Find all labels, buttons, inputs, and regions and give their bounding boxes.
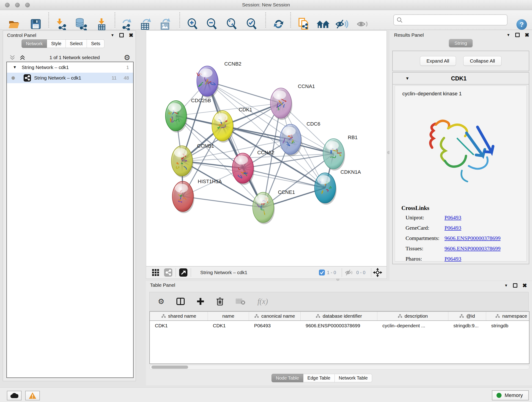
grid-view-icon[interactable] <box>152 269 159 276</box>
refresh-icon[interactable] <box>273 18 284 31</box>
column-header-@id[interactable]: @id <box>448 312 486 320</box>
search-input[interactable] <box>393 14 507 26</box>
expand-all-icon[interactable] <box>19 55 25 60</box>
zoom-in-icon[interactable] <box>187 18 198 31</box>
expand-all-button[interactable]: Expand All <box>420 56 456 66</box>
tab-network[interactable]: Network <box>22 39 47 48</box>
zoom-selected-icon[interactable] <box>246 18 258 31</box>
column-header-canonical-name[interactable]: canonical name <box>249 312 301 320</box>
function-builder-icon[interactable]: f(x) <box>258 297 268 306</box>
tab-network-table[interactable]: Network Table <box>335 374 372 382</box>
tab-style[interactable]: Style <box>47 39 65 48</box>
show-columns-icon[interactable] <box>177 298 185 305</box>
tab-node-table[interactable]: Node Table <box>272 374 303 382</box>
memory-button[interactable]: Memory <box>492 390 529 400</box>
entry-collapse-caret-icon[interactable]: ▼ <box>405 76 409 81</box>
network-row[interactable]: String Network – cdk1 11 48 <box>7 73 133 83</box>
clear-table-icon[interactable] <box>235 298 246 305</box>
network-node-HIST1H1A[interactable]: HIST1H1A <box>172 179 222 213</box>
zoom-out-icon[interactable] <box>206 18 218 31</box>
cloud-icon <box>10 393 18 399</box>
help-icon[interactable]: ? <box>516 19 527 30</box>
open-file-icon[interactable] <box>8 19 20 30</box>
add-column-icon[interactable] <box>196 298 204 305</box>
table-cell[interactable]: CDK1 <box>150 321 208 331</box>
show-all-icon[interactable] <box>357 19 370 31</box>
clone-network-icon[interactable] <box>298 18 310 32</box>
column-header-name[interactable]: name <box>208 312 249 320</box>
import-network-database-icon[interactable] <box>75 18 88 31</box>
panel-close-icon[interactable]: ✖ <box>522 283 527 288</box>
export-image-icon[interactable] <box>159 18 172 31</box>
network-edge[interactable] <box>207 81 263 207</box>
zoom-fit-icon[interactable] <box>226 18 238 31</box>
crosslink-link[interactable]: 9606.ENSP00000378699 <box>444 235 500 241</box>
panel-float-icon[interactable] <box>515 33 520 37</box>
table-options-gear-icon[interactable]: ⚙ <box>158 297 165 306</box>
table-cell[interactable]: stringdb:9... <box>448 321 486 331</box>
panel-close-icon[interactable]: ✖ <box>525 33 529 37</box>
cloud-status-button[interactable] <box>7 391 22 400</box>
fit-center-crosshair-icon[interactable] <box>373 268 382 277</box>
birds-eye-view-icon[interactable] <box>179 268 187 277</box>
selected-nodes-checkbox-icon[interactable] <box>319 269 325 276</box>
network-node-CCNE1[interactable]: CCNE1 <box>253 189 295 224</box>
tab-sets[interactable]: Sets <box>87 39 104 48</box>
share-view-icon[interactable] <box>164 268 172 277</box>
panel-collapse-icon[interactable]: ▼ <box>111 33 114 37</box>
column-header-namespace[interactable]: namespace <box>486 312 530 320</box>
network-edge-count: 48 <box>124 75 129 81</box>
table-cell[interactable]: CDK1 <box>208 321 249 331</box>
crosslink-link[interactable]: P06493 <box>444 225 461 231</box>
panel-close-icon[interactable]: ✖ <box>129 33 133 37</box>
import-table-icon[interactable] <box>96 18 107 31</box>
crosslink-link[interactable]: 9606.ENSP00000378699 <box>444 245 500 252</box>
crosslink-link[interactable]: P06493 <box>444 256 461 262</box>
delete-column-icon[interactable] <box>216 297 224 306</box>
node-table[interactable]: shared namenamecanonical namedatabase id… <box>149 311 530 364</box>
network-node-CCNB2[interactable]: CCNB2 <box>197 61 241 98</box>
panel-float-icon[interactable] <box>119 33 124 37</box>
collapse-all-icon[interactable] <box>9 55 15 60</box>
hide-selected-icon[interactable] <box>336 19 349 31</box>
table-cell[interactable]: cyclin–dependent ... <box>377 321 448 331</box>
tree-expand-caret-icon[interactable]: ▼ <box>13 65 17 70</box>
network-node-CDC25B[interactable]: CDC25B <box>165 98 211 133</box>
scrollbar-thumb[interactable] <box>152 366 188 369</box>
tab-string[interactable]: String <box>449 39 473 47</box>
toolbar-separator <box>179 12 180 27</box>
panel-collapse-icon[interactable]: ▼ <box>507 33 510 37</box>
column-header-description[interactable]: description <box>377 312 448 320</box>
network-node-CDKN1A[interactable]: CDKN1A <box>315 169 361 205</box>
table-cell[interactable]: P06493 <box>249 321 301 331</box>
tab-edge-table[interactable]: Edge Table <box>303 374 335 382</box>
network-options-gear-icon[interactable]: ⚙ <box>124 53 130 62</box>
import-network-file-icon[interactable] <box>56 18 67 31</box>
table-row[interactable]: CDK1CDK1P064939606.ENSP00000378699cyclin… <box>150 321 529 331</box>
export-table-icon[interactable] <box>139 18 152 31</box>
table-cell[interactable]: stringdb <box>486 321 530 331</box>
column-header-database-identifier[interactable]: database identifier <box>301 312 377 320</box>
network-edge[interactable] <box>183 196 263 207</box>
first-neighbors-icon[interactable] <box>316 19 330 30</box>
column-header-shared-name[interactable]: shared name <box>150 312 208 320</box>
save-session-icon[interactable] <box>31 19 41 30</box>
network-node-CCNB1[interactable]: CCNB1 <box>171 143 214 178</box>
panel-float-icon[interactable] <box>513 283 517 288</box>
column-header-label: description <box>405 313 428 319</box>
network-collection-row[interactable]: ▼ String Network – cdk1 1 <box>7 62 133 73</box>
hidden-counts: 0 - 0 <box>356 270 365 275</box>
network-node-CDC6[interactable]: CDC6 <box>280 121 320 156</box>
network-node-RB1[interactable]: RB1 <box>323 134 358 171</box>
crosslink-link[interactable]: P06493 <box>444 215 461 221</box>
network-share-icon <box>24 74 31 82</box>
table-horizontal-scrollbar[interactable] <box>149 365 530 370</box>
panel-collapse-icon[interactable]: ▼ <box>504 283 508 288</box>
hidden-items-eye-icon[interactable] <box>345 269 355 276</box>
tab-select[interactable]: Select <box>66 39 87 48</box>
network-canvas[interactable]: CCNB2CCNA1CDC25BCDK1CDC6RB1CCNB1CCNA2CDK… <box>146 31 387 266</box>
export-network-icon[interactable] <box>121 18 133 31</box>
warning-status-button[interactable] <box>25 391 40 400</box>
collapse-all-button[interactable]: Collapse All <box>463 56 502 66</box>
table-cell[interactable]: 9606.ENSP00000378699 <box>301 321 377 331</box>
